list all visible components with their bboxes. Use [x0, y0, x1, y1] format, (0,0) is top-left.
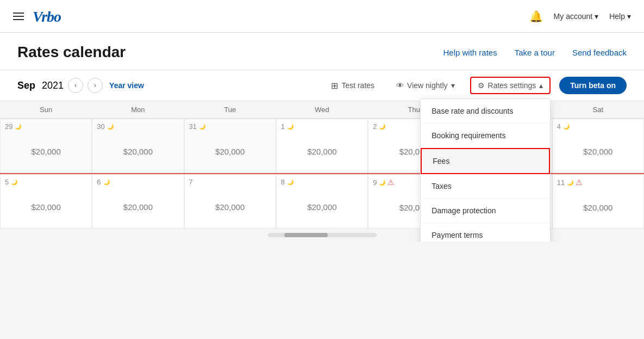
header-links: Help with rates Take a tour Send feedbac…	[443, 48, 627, 57]
today-badge: 7	[189, 178, 193, 186]
cal-price: $20,000	[97, 147, 179, 156]
cal-price: $20,000	[97, 202, 179, 212]
cal-cell-4[interactable]: 4 🌙 $20,000	[552, 119, 644, 173]
warning-icon: ⚠	[387, 178, 395, 187]
moon-icon: 🌙	[103, 179, 110, 185]
cal-date: 30 🌙	[97, 122, 179, 131]
warning-icon: ⚠	[576, 178, 583, 187]
vrbo-logo: Vrbo	[33, 6, 61, 26]
cal-price: $20,000	[281, 147, 363, 156]
cal-date: 6 🌙	[97, 178, 179, 186]
table-icon: ⊞	[331, 81, 338, 91]
cal-price: $20,000	[5, 202, 87, 212]
cal-price: $20,000	[5, 147, 87, 156]
header-wed: Wed	[276, 101, 368, 118]
cal-date: 1 🌙	[281, 122, 363, 131]
cal-price: $20,000	[281, 202, 363, 212]
menu-item-damage-protection[interactable]: Damage protection	[421, 199, 550, 223]
hamburger-menu[interactable]	[13, 13, 24, 20]
gear-icon: ⚙	[478, 81, 485, 90]
cal-date: 29 🌙	[5, 122, 87, 131]
cal-price: $20,000	[189, 147, 271, 156]
chevron-down-icon: ▾	[627, 12, 631, 21]
chevron-up-icon: ▴	[539, 81, 543, 90]
cal-price: $20,000	[557, 203, 639, 212]
prev-month-button[interactable]: ‹	[68, 78, 83, 93]
cal-date: 4 🌙	[557, 122, 639, 131]
cal-date: 8 🌙	[281, 178, 363, 186]
chevron-down-icon: ▾	[451, 81, 455, 90]
header-mon: Mon	[92, 101, 184, 118]
next-month-button[interactable]: ›	[87, 78, 103, 93]
menu-item-payment-terms[interactable]: Payment terms	[421, 223, 550, 242]
cal-cell-1[interactable]: 1 🌙 $20,000	[276, 119, 368, 173]
cal-cell-5[interactable]: 5 🌙 $20,000	[0, 174, 92, 229]
chevron-down-icon: ▾	[595, 12, 598, 21]
moon-icon: 🌙	[15, 124, 21, 130]
cal-date: 31 🌙	[189, 122, 271, 131]
nav-right: 🔔 My account ▾ Help ▾	[529, 10, 631, 23]
navbar: Vrbo 🔔 My account ▾ Help ▾	[0, 0, 644, 33]
menu-item-booking-requirements[interactable]: Booking requirements	[421, 124, 550, 148]
header-tue: Tue	[184, 101, 276, 118]
moon-icon: 🌙	[199, 124, 205, 130]
cal-price: $20,000	[189, 202, 271, 212]
nav-left: Vrbo	[13, 6, 61, 26]
cal-cell-31[interactable]: 31 🌙 $20,000	[184, 119, 276, 173]
rates-settings-menu: Base rate and discounts Booking requirem…	[420, 98, 551, 242]
cal-date: 5 🌙	[5, 178, 87, 186]
header-sat: Sat	[552, 101, 644, 118]
cal-cell-7[interactable]: 7 $20,000	[184, 174, 276, 229]
send-feedback-link[interactable]: Send feedback	[572, 48, 627, 57]
rates-settings-button[interactable]: ⚙ Rates settings ▴	[470, 77, 551, 94]
eye-icon: 👁	[396, 81, 404, 90]
year-view-button[interactable]: Year view	[109, 81, 144, 90]
help-with-rates-link[interactable]: Help with rates	[443, 48, 497, 57]
month-label: Sep	[17, 80, 35, 91]
year-label: 2021	[42, 80, 64, 91]
test-rates-button[interactable]: ⊞ Test rates	[324, 77, 381, 94]
moon-icon: 🌙	[563, 124, 570, 130]
moon-icon: 🌙	[107, 124, 114, 130]
take-a-tour-link[interactable]: Take a tour	[515, 48, 555, 57]
moon-icon: 🌙	[287, 179, 293, 185]
cal-cell-6[interactable]: 6 🌙 $20,000	[92, 174, 184, 229]
help-link[interactable]: Help ▾	[609, 12, 631, 21]
moon-icon: 🌙	[11, 179, 17, 185]
cal-date: 7	[189, 178, 271, 186]
cal-date: 11 🌙 ⚠	[557, 178, 639, 187]
cal-cell-8[interactable]: 8 🌙 $20,000	[276, 174, 368, 229]
moon-icon: 🌙	[287, 124, 293, 130]
cal-cell-11[interactable]: 11 🌙 ⚠ $20,000	[552, 174, 644, 229]
cal-cell-29[interactable]: 29 🌙 $20,000	[0, 119, 92, 173]
month-nav: Sep 2021 ‹ › Year view	[17, 78, 144, 93]
rates-settings-dropdown: ⚙ Rates settings ▴ Base rate and discoun…	[470, 77, 551, 94]
view-nightly-button[interactable]: 👁 View nightly ▾	[390, 78, 461, 93]
moon-icon: 🌙	[567, 180, 573, 186]
page-header: Rates calendar Help with rates Take a to…	[0, 33, 644, 70]
notification-bell-icon[interactable]: 🔔	[529, 10, 543, 23]
cal-cell-30[interactable]: 30 🌙 $20,000	[92, 119, 184, 173]
menu-item-taxes[interactable]: Taxes	[421, 174, 550, 199]
moon-icon: 🌙	[379, 180, 385, 186]
toolbar: Sep 2021 ‹ › Year view ⊞ Test rates 👁 Vi…	[0, 70, 644, 101]
moon-icon: 🌙	[379, 124, 385, 130]
menu-item-fees[interactable]: Fees	[421, 148, 550, 174]
my-account-link[interactable]: My account ▾	[554, 12, 599, 21]
scrollbar-thumb	[284, 233, 328, 237]
page-title: Rates calendar	[17, 44, 126, 61]
turn-beta-on-button[interactable]: Turn beta on	[559, 77, 627, 94]
menu-item-base-rate[interactable]: Base rate and discounts	[421, 99, 550, 124]
header-sun: Sun	[0, 101, 92, 118]
cal-price: $20,000	[557, 147, 639, 156]
